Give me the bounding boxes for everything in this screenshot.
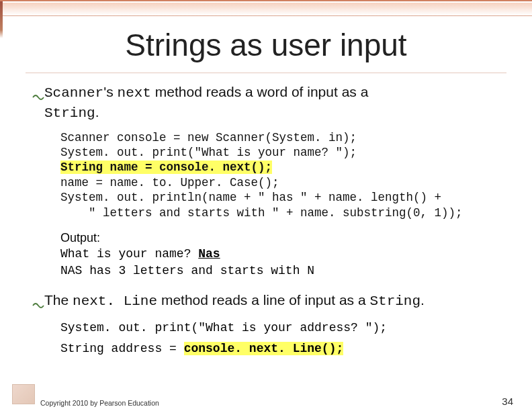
header-wave [0, 3, 532, 16]
bullet-2: The next. Line method reads a line of in… [32, 291, 506, 311]
footer: Copyright 2010 by Pearson Education 34 [0, 396, 532, 407]
text: . [420, 292, 425, 308]
code-line: System. out. print("What is your name? "… [60, 146, 357, 159]
code-block-2: System. out. print("What is your address… [60, 318, 506, 359]
code-line: System. out. println(name + " has " + na… [60, 191, 441, 204]
code-text: String address = [60, 342, 184, 355]
output-text: What is your name? [60, 247, 198, 261]
bullet-icon [32, 296, 44, 306]
code-line-highlight: String name = console. next(); [60, 161, 272, 174]
output-line: NAS has 3 letters and starts with N [60, 263, 506, 279]
code-line: System. out. print("What is your address… [60, 318, 506, 338]
code-line: Scanner console = new Scanner(System. in… [60, 131, 357, 144]
bullet-icon [32, 88, 44, 97]
text: . [95, 104, 99, 120]
code-nextline: next. Line [73, 293, 157, 309]
code-string: String [369, 293, 420, 309]
text: 's [103, 84, 117, 99]
page-number: 34 [502, 396, 513, 407]
title-underline [26, 73, 506, 73]
code-block-1: Scanner console = new Scanner(System. in… [60, 130, 506, 220]
left-accent [0, 1, 3, 411]
output-line: What is your name? Nas [60, 246, 506, 262]
text: The [44, 292, 73, 308]
bullet-1: Scanner's next method reads a word of in… [32, 83, 506, 124]
code-line: " letters and starts with " + name. subs… [60, 206, 463, 220]
text: method reads a line of input as a [157, 292, 369, 308]
copyright-text: Copyright 2010 by Pearson Education [40, 399, 159, 407]
code-highlight: console. next. Line(); [184, 342, 344, 355]
code-next: next [118, 85, 151, 101]
output-input: Nas [198, 247, 220, 261]
slide: Strings as user input Scanner's next met… [0, 0, 532, 411]
content-area: Scanner's next method reads a word of in… [0, 83, 532, 359]
text: method reads a word of input as a [151, 84, 368, 99]
output-block: Output: What is your name? Nas NAS has 3… [60, 230, 506, 279]
code-scanner: Scanner [44, 85, 103, 101]
output-label: Output: [60, 230, 506, 246]
code-string: String [44, 105, 95, 121]
code-line: String address = console. next. Line(); [60, 338, 506, 359]
code-line: name = name. to. Upper. Case(); [60, 176, 279, 189]
